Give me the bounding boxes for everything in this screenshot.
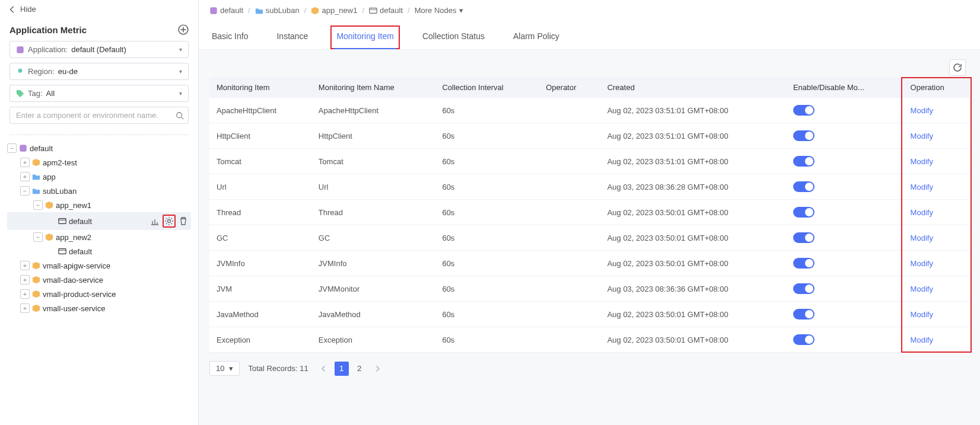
enable-toggle[interactable] <box>793 156 814 167</box>
panel-grey-icon <box>58 217 66 225</box>
page-1[interactable]: 1 <box>335 362 349 376</box>
cell-name: GC <box>311 225 435 251</box>
modify-link[interactable]: Modify <box>911 208 933 217</box>
modify-link[interactable]: Modify <box>911 183 933 191</box>
tree-toggle[interactable]: − <box>20 186 30 196</box>
modify-link[interactable]: Modify <box>911 285 933 293</box>
tree-node[interactable]: +vmall-product-service <box>7 287 191 301</box>
tree-node[interactable]: −app_new2 <box>7 230 191 244</box>
cube-purple-icon <box>19 144 27 152</box>
cell-enabled <box>786 200 903 225</box>
tab-monitoring-item[interactable]: Monitoring Item <box>334 28 396 49</box>
tree-toggle[interactable]: − <box>33 232 43 242</box>
enable-toggle[interactable] <box>793 181 814 192</box>
enable-toggle[interactable] <box>793 258 814 269</box>
enable-toggle[interactable] <box>793 207 814 218</box>
tree-toggle-spacer <box>46 216 56 226</box>
cell-item: JVMInfo <box>209 251 311 276</box>
refresh-button[interactable] <box>949 59 966 76</box>
cell-interval: 60s <box>435 200 539 225</box>
tab-basic-info[interactable]: Basic Info <box>209 28 250 49</box>
page-next[interactable] <box>370 362 384 376</box>
chart-icon <box>150 216 160 226</box>
enable-toggle[interactable] <box>793 283 814 294</box>
cell-enabled <box>786 251 903 276</box>
tree-toggle[interactable]: + <box>20 275 30 285</box>
search-input[interactable] <box>9 107 189 124</box>
cell-name: Url <box>311 174 435 200</box>
tree: −default+apm2-test+app−subLuban−app_new1… <box>0 141 198 315</box>
modify-link[interactable]: Modify <box>911 310 933 319</box>
cell-interval: 60s <box>435 327 539 353</box>
tree-node[interactable]: −default <box>7 141 191 155</box>
delete-action[interactable] <box>177 215 190 228</box>
breadcrumb-item[interactable]: subLuban <box>255 6 300 15</box>
tree-node[interactable]: +app <box>7 170 191 184</box>
tree-toggle[interactable]: + <box>20 158 30 167</box>
tag-select[interactable]: Tag: All ▾ <box>9 85 189 102</box>
breadcrumb-item[interactable]: app_new1 <box>311 6 357 15</box>
breadcrumb-item[interactable]: default <box>369 6 403 15</box>
enable-toggle[interactable] <box>793 334 814 345</box>
tree-node[interactable]: −subLuban <box>7 184 191 198</box>
tree-node-label: default <box>30 144 53 153</box>
modify-link[interactable]: Modify <box>911 259 933 268</box>
cell-interval: 60s <box>435 149 539 174</box>
enable-toggle[interactable] <box>793 105 814 116</box>
box-orange-icon <box>32 304 40 312</box>
folder-blue-icon <box>32 187 40 195</box>
tree-node[interactable]: +vmall-user-service <box>7 301 191 315</box>
page-prev[interactable] <box>317 362 331 376</box>
region-select[interactable]: Region: eu-de ▾ <box>9 63 189 80</box>
tree-node[interactable]: default <box>7 244 191 258</box>
panel-grey-icon <box>369 7 377 15</box>
page-2[interactable]: 2 <box>352 362 367 376</box>
tree-toggle-spacer <box>46 247 56 256</box>
tree-toggle[interactable]: − <box>33 200 43 210</box>
tab-instance[interactable]: Instance <box>274 28 310 49</box>
tree-toggle[interactable]: − <box>7 143 17 153</box>
sidebar-title: Application Metric <box>9 25 87 35</box>
tree-node-label: vmall-product-service <box>43 290 116 299</box>
cell-operation: Modify <box>903 225 969 251</box>
tab-alarm-policy[interactable]: Alarm Policy <box>511 28 562 49</box>
modify-link[interactable]: Modify <box>911 234 933 242</box>
cell-operator <box>539 251 600 276</box>
box-orange-icon <box>45 201 53 209</box>
cell-operator <box>539 149 600 174</box>
hide-button[interactable]: Hide <box>0 0 198 18</box>
tree-node[interactable]: +apm2-test <box>7 155 191 170</box>
breadcrumb-item[interactable]: default <box>209 6 243 15</box>
page-size-select[interactable]: 10 ▾ <box>209 361 240 376</box>
tree-toggle[interactable]: + <box>20 172 30 181</box>
enable-toggle[interactable] <box>793 130 814 141</box>
gear-icon <box>164 216 174 226</box>
tree-node[interactable]: +vmall-dao-service <box>7 273 191 287</box>
table-header-row: Monitoring ItemMonitoring Item NameColle… <box>209 77 969 98</box>
application-select[interactable]: Application: default (Default) ▾ <box>9 41 189 58</box>
breadcrumb-separator: / <box>248 6 250 15</box>
cell-operation: Modify <box>903 98 969 123</box>
settings-action[interactable] <box>163 215 176 228</box>
tree-node[interactable]: −app_new1 <box>7 198 191 212</box>
modify-link[interactable]: Modify <box>911 335 933 344</box>
breadcrumb-item[interactable]: More Nodes ▾ <box>415 6 463 15</box>
tree-toggle[interactable]: + <box>20 261 30 270</box>
tab-collection-status[interactable]: Collection Status <box>420 28 487 49</box>
monitoring-table: Monitoring ItemMonitoring Item NameColle… <box>209 77 969 353</box>
add-metric-icon[interactable] <box>178 24 189 35</box>
modify-link[interactable]: Modify <box>911 157 933 166</box>
tree-node[interactable]: default <box>7 212 191 230</box>
enable-toggle[interactable] <box>793 309 814 319</box>
tree-node[interactable]: +vmall-apigw-service <box>7 258 191 273</box>
cell-operator <box>539 302 600 327</box>
enable-toggle[interactable] <box>793 232 814 243</box>
pagination: 10 ▾ Total Records: 11 12 <box>199 353 980 384</box>
cell-name: HttpClient <box>311 123 435 149</box>
caret-down-icon: ▾ <box>459 6 463 15</box>
chart-action[interactable] <box>148 215 161 228</box>
tree-toggle[interactable]: + <box>20 303 30 313</box>
modify-link[interactable]: Modify <box>911 106 933 115</box>
tree-toggle[interactable]: + <box>20 289 30 299</box>
modify-link[interactable]: Modify <box>911 132 933 140</box>
